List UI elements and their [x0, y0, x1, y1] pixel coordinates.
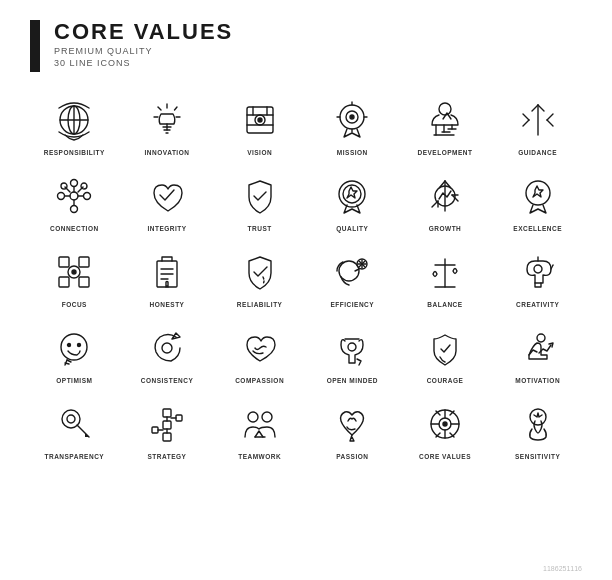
svg-point-34	[61, 183, 67, 189]
icon-label-growth: GROWTH	[429, 225, 462, 232]
icon-consistency: CONSISTENCY	[123, 318, 212, 388]
icon-trust: TRUST	[215, 166, 304, 236]
icon-transparency: TRANSPARENCY	[30, 394, 119, 464]
icon-grid: RESPONSIBILITY INNOVATION	[30, 90, 582, 464]
icon-label-connection: CONNECTION	[50, 225, 99, 232]
subtitle-line2: 30 LINE ICONS	[54, 58, 233, 68]
svg-point-18	[439, 103, 451, 115]
icon-label-guidance: GUIDANCE	[518, 149, 557, 156]
icon-label-courage: COURAGE	[427, 377, 464, 384]
svg-point-78	[248, 412, 258, 422]
svg-rect-43	[59, 277, 69, 287]
icon-responsibility: RESPONSIBILITY	[30, 90, 119, 160]
svg-point-83	[443, 422, 447, 426]
icon-label-reliability: RELIABILITY	[237, 301, 283, 308]
watermark: 1186251116	[543, 565, 582, 572]
icon-label-innovation: INNOVATION	[145, 149, 190, 156]
icon-passion: PASSION	[308, 394, 397, 464]
icon-label-consistency: CONSISTENCY	[141, 377, 193, 384]
icon-development: DEVELOPMENT	[401, 90, 490, 160]
icon-guidance: GUIDANCE	[493, 90, 582, 160]
icon-label-compassion: COMPASSION	[235, 377, 284, 384]
icon-teamwork: TEAMWORK	[215, 394, 304, 464]
icon-label-open-minded: OPEN MINDED	[327, 377, 378, 384]
icon-label-efficiency: EFFICIENCY	[330, 301, 374, 308]
icon-label-creativity: CREATIVITY	[516, 301, 559, 308]
icon-integrity: INTEGRITY	[123, 166, 212, 236]
svg-rect-41	[59, 257, 69, 267]
svg-point-56	[534, 265, 542, 273]
icon-mission: MISSION	[308, 90, 397, 160]
svg-rect-72	[176, 415, 182, 421]
icon-reliability: RELIABILITY	[215, 242, 304, 312]
svg-point-67	[67, 415, 75, 423]
icon-label-core-values: CORE VALUES	[419, 453, 471, 460]
svg-point-24	[58, 193, 65, 200]
svg-rect-69	[163, 409, 171, 417]
accent-bar	[30, 20, 40, 72]
icon-label-optimism: OPTIMISM	[56, 377, 92, 384]
svg-rect-42	[79, 257, 89, 267]
icon-label-passion: PASSION	[336, 453, 368, 460]
svg-point-59	[61, 334, 87, 360]
svg-rect-70	[163, 421, 171, 429]
icon-label-development: DEVELOPMENT	[418, 149, 473, 156]
svg-point-27	[71, 206, 78, 213]
subtitle-line1: PREMIUM QUALITY	[54, 46, 233, 56]
header: CORE VALUES PREMIUM QUALITY 30 LINE ICON…	[30, 20, 582, 72]
svg-rect-44	[79, 277, 89, 287]
icon-label-quality: QUALITY	[336, 225, 368, 232]
page-title: CORE VALUES	[54, 20, 233, 44]
icon-label-strategy: STRATEGY	[148, 453, 187, 460]
svg-rect-71	[163, 433, 171, 441]
icon-efficiency: EFFICIENCY	[308, 242, 397, 312]
icon-label-responsibility: RESPONSIBILITY	[44, 149, 105, 156]
icon-excellence: EXCELLENCE	[493, 166, 582, 236]
icon-vision: VISION	[215, 90, 304, 160]
icon-creativity: CREATIVITY	[493, 242, 582, 312]
icon-label-motivation: MOTIVATION	[515, 377, 560, 384]
svg-point-62	[162, 343, 172, 353]
icon-open-minded: OPEN MINDED	[308, 318, 397, 388]
icon-label-focus: FOCUS	[62, 301, 87, 308]
svg-point-35	[81, 183, 87, 189]
icon-courage: COURAGE	[401, 318, 490, 388]
header-text: CORE VALUES PREMIUM QUALITY 30 LINE ICON…	[54, 20, 233, 68]
svg-line-58	[551, 265, 553, 269]
svg-point-65	[537, 334, 545, 342]
svg-point-88	[530, 409, 546, 425]
svg-rect-73	[152, 427, 158, 433]
svg-point-25	[84, 193, 91, 200]
icon-label-teamwork: TEAMWORK	[238, 453, 281, 460]
svg-point-10	[258, 118, 262, 122]
icon-label-mission: MISSION	[337, 149, 368, 156]
icon-label-transparency: TRANSPARENCY	[44, 453, 104, 460]
svg-point-46	[72, 270, 76, 274]
icon-connection: CONNECTION	[30, 166, 119, 236]
svg-point-13	[350, 115, 354, 119]
svg-point-79	[262, 412, 272, 422]
icon-compassion: COMPASSION	[215, 318, 304, 388]
icon-label-integrity: INTEGRITY	[147, 225, 186, 232]
icon-core-values: CORE VALUES	[401, 394, 490, 464]
icon-strategy: STRATEGY	[123, 394, 212, 464]
icon-label-excellence: EXCELLENCE	[513, 225, 562, 232]
svg-point-64	[348, 343, 356, 351]
icon-sensitivity: SENSITIVITY	[493, 394, 582, 464]
svg-point-60	[68, 344, 71, 347]
svg-point-26	[71, 180, 78, 187]
svg-point-23	[70, 192, 78, 200]
icon-honesty: HONESTY	[123, 242, 212, 312]
icon-label-sensitivity: SENSITIVITY	[515, 453, 560, 460]
icon-quality: QUALITY	[308, 166, 397, 236]
icon-focus: FOCUS	[30, 242, 119, 312]
icon-growth: GROWTH	[401, 166, 490, 236]
icon-label-balance: BALANCE	[427, 301, 462, 308]
icon-label-honesty: HONESTY	[150, 301, 185, 308]
svg-point-40	[526, 181, 550, 205]
icon-label-trust: TRUST	[248, 225, 272, 232]
icon-motivation: MOTIVATION	[493, 318, 582, 388]
svg-point-61	[78, 344, 81, 347]
icon-optimism: OPTIMISM	[30, 318, 119, 388]
page: CORE VALUES PREMIUM QUALITY 30 LINE ICON…	[0, 0, 612, 580]
